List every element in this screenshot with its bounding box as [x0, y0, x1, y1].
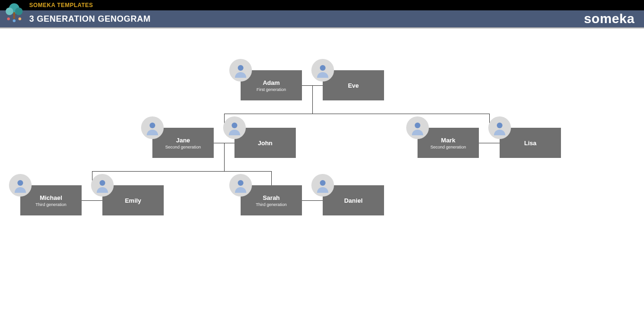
connector	[92, 171, 271, 172]
node-name: John	[258, 140, 272, 147]
node-name: Michael	[40, 194, 62, 201]
svg-point-4	[7, 17, 10, 20]
connector	[82, 200, 102, 201]
connector	[224, 143, 225, 171]
header-wrap: SOMEKA TEMPLATES 3 GENERATION GENOGRAM s…	[0, 0, 644, 29]
svg-point-11	[415, 123, 420, 128]
connector	[479, 143, 500, 143]
svg-point-1	[6, 8, 13, 15]
node-sub: Second generation	[430, 145, 466, 149]
node-name: Jane	[176, 137, 190, 144]
node-sub: Third generation	[35, 202, 67, 207]
connector	[312, 85, 313, 114]
svg-point-6	[18, 17, 21, 20]
svg-point-15	[238, 180, 243, 186]
node-sub: Third generation	[256, 202, 287, 207]
top-bar: SOMEKA TEMPLATES	[0, 0, 644, 10]
node-name: Emily	[125, 197, 142, 204]
svg-point-12	[497, 123, 502, 128]
svg-point-8	[320, 65, 326, 71]
svg-rect-3	[13, 12, 15, 19]
node-name: Adam	[263, 79, 280, 86]
genogram-canvas: Adam First generation Eve Jane Second ge…	[0, 29, 644, 326]
node-name: Lisa	[524, 140, 536, 147]
svg-point-13	[17, 180, 23, 186]
svg-point-5	[13, 19, 16, 22]
connector	[302, 200, 323, 201]
svg-point-16	[320, 180, 326, 186]
svg-point-14	[100, 180, 105, 186]
title-bar: 3 GENERATION GENOGRAM someka	[0, 10, 644, 27]
person-icon	[311, 174, 334, 197]
svg-point-10	[232, 123, 237, 128]
person-icon	[406, 116, 429, 139]
node-sub: First generation	[257, 87, 286, 92]
person-icon	[141, 116, 164, 139]
person-icon	[311, 59, 334, 82]
top-bar-label: SOMEKA TEMPLATES	[29, 2, 93, 8]
node-name: Eve	[348, 82, 359, 89]
tree-logo-icon	[4, 2, 25, 23]
person-icon	[488, 116, 511, 139]
person-icon	[229, 174, 252, 197]
page-title: 3 GENERATION GENOGRAM	[29, 14, 151, 24]
connector	[271, 171, 272, 186]
brand-logo: someka	[584, 11, 635, 26]
connector	[224, 114, 489, 114]
svg-point-9	[150, 123, 155, 128]
svg-point-2	[15, 8, 23, 15]
svg-point-7	[238, 65, 243, 71]
person-icon	[229, 59, 252, 82]
person-icon	[223, 116, 246, 139]
node-sub: Second generation	[165, 145, 201, 149]
person-icon	[9, 174, 32, 197]
node-name: Sarah	[263, 194, 280, 201]
node-name: Mark	[441, 137, 455, 144]
node-name: Daniel	[344, 197, 362, 204]
person-icon	[91, 174, 114, 197]
